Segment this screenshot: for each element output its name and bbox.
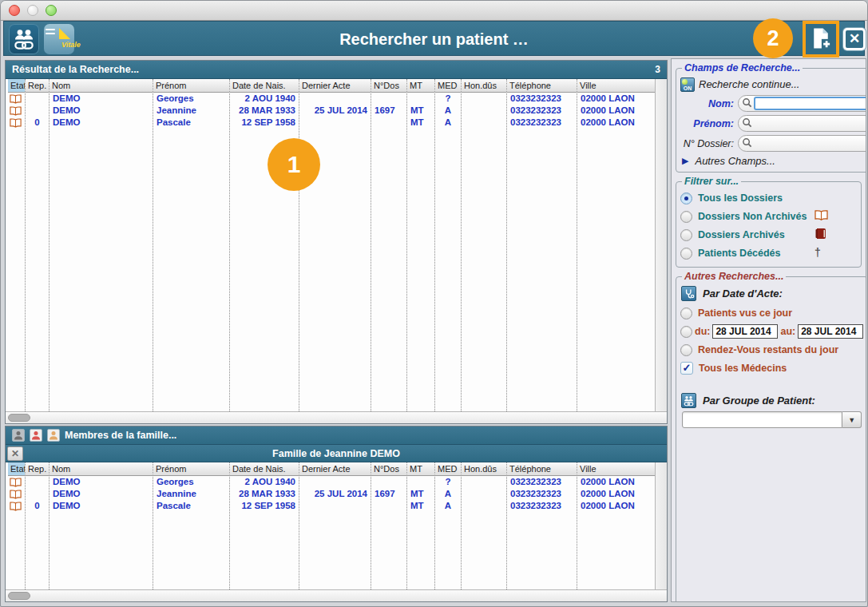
table-cell-ndos[interactable]	[371, 117, 406, 129]
table-cell-ville[interactable]: 02000 LAON	[577, 488, 655, 500]
results-vertical-scrollbar[interactable]	[655, 79, 667, 411]
prenom-input[interactable]	[754, 117, 866, 129]
column-header-ville[interactable]: Ville	[577, 79, 655, 93]
table-cell-tel[interactable]: 0323232323	[507, 500, 577, 512]
column-header-med[interactable]: MED	[435, 79, 461, 93]
table-cell-tel[interactable]: 0323232323	[507, 488, 577, 500]
table-cell-rep[interactable]	[26, 476, 49, 488]
table-cell-ville[interactable]: 02000 LAON	[577, 500, 655, 512]
filter-option-all[interactable]: Tous les Dossiers	[680, 189, 857, 207]
table-cell-prenom[interactable]: Georges	[153, 93, 229, 105]
column-header-naiss[interactable]: Date de Nais.	[230, 462, 299, 476]
column-header-ndos[interactable]: N°Dos	[371, 79, 406, 93]
column-header-mt[interactable]: MT	[407, 79, 434, 93]
table-cell-ville[interactable]: 02000 LAON	[577, 476, 655, 488]
table-cell-nom[interactable]: DEMO	[50, 500, 153, 512]
nom-input[interactable]	[754, 97, 866, 110]
more-fields-label[interactable]: Autres Champs...	[695, 155, 775, 167]
table-cell-prenom[interactable]: Pascale	[153, 500, 229, 512]
column-header-hon[interactable]: Hon.dûs	[462, 79, 506, 93]
column-header-etat[interactable]: Etat	[8, 462, 25, 476]
table-cell-acte[interactable]	[299, 500, 371, 512]
filter-option-archived[interactable]: Dossiers Archivés	[680, 226, 857, 244]
column-header-acte[interactable]: Dernier Acte	[299, 462, 371, 476]
table-cell-acte[interactable]: 25 JUL 2014	[299, 105, 371, 117]
table-cell-naiss[interactable]: 28 MAR 1933	[230, 105, 299, 117]
filter-option-non-archived[interactable]: Dossiers Non Archivés	[680, 208, 857, 225]
new-patient-button[interactable]	[806, 24, 836, 54]
open-book-icon[interactable]	[8, 488, 25, 500]
dossier-search-field[interactable]: ×	[738, 135, 866, 152]
column-header-etat[interactable]: Etat	[8, 79, 25, 93]
radio[interactable]	[680, 248, 692, 260]
option-patients-today[interactable]: Patients vus ce jour	[680, 304, 863, 322]
table-cell-rep[interactable]	[26, 488, 49, 500]
results-horizontal-scrollbar[interactable]	[6, 411, 667, 423]
patient-group-dropdown[interactable]: ▼	[682, 411, 862, 428]
table-cell-ndos[interactable]: 1697	[371, 488, 406, 500]
column-header-nom[interactable]: Nom	[50, 79, 153, 93]
table-cell-naiss[interactable]: 12 SEP 1958	[230, 500, 299, 512]
column-header-tel[interactable]: Téléphone	[507, 79, 577, 93]
family-vertical-scrollbar[interactable]	[655, 462, 667, 589]
table-cell-med[interactable]: A	[435, 105, 461, 117]
table-cell-mt[interactable]	[407, 476, 434, 488]
table-cell-acte[interactable]	[299, 476, 371, 488]
date-from-input[interactable]	[712, 324, 778, 339]
family-horizontal-scrollbar[interactable]	[6, 589, 667, 601]
open-book-icon[interactable]	[8, 476, 25, 488]
column-header-ndos[interactable]: N°Dos	[371, 462, 406, 476]
all-doctors-checkbox[interactable]: ✓	[680, 362, 693, 375]
open-book-icon[interactable]	[8, 93, 25, 105]
dossier-input[interactable]	[754, 137, 866, 149]
table-cell-med[interactable]: ?	[435, 476, 461, 488]
table-cell-hon[interactable]	[462, 105, 506, 117]
column-header-ville[interactable]: Ville	[577, 462, 655, 476]
prenom-search-field[interactable]: ×	[738, 115, 866, 132]
table-cell-hon[interactable]	[462, 488, 506, 500]
table-cell-ndos[interactable]	[371, 500, 406, 512]
table-cell-nom[interactable]: DEMO	[50, 93, 153, 105]
column-header-naiss[interactable]: Date de Nais.	[230, 79, 299, 93]
table-cell-ville[interactable]: 02000 LAON	[577, 117, 655, 129]
table-cell-acte[interactable]	[299, 117, 371, 129]
table-cell-mt[interactable]: MT	[407, 488, 434, 500]
table-cell-rep[interactable]	[26, 105, 49, 117]
continuous-search-on-icon[interactable]: ON	[680, 77, 695, 92]
table-cell-naiss[interactable]: 28 MAR 1933	[230, 488, 299, 500]
table-cell-med[interactable]: A	[435, 500, 461, 512]
radio[interactable]	[680, 229, 692, 241]
table-cell-prenom[interactable]: Jeannine	[153, 488, 229, 500]
table-cell-naiss[interactable]: 12 SEP 1958	[230, 117, 299, 129]
table-cell-acte[interactable]	[299, 93, 371, 105]
dropdown-arrow-icon[interactable]: ▼	[842, 411, 862, 428]
scrollbar-thumb[interactable]	[8, 592, 30, 600]
disclosure-triangle-icon[interactable]: ▶	[682, 156, 688, 166]
column-header-prenom[interactable]: Prénom	[153, 79, 229, 93]
radio[interactable]	[680, 307, 692, 319]
column-header-tel[interactable]: Téléphone	[507, 462, 577, 476]
table-cell-naiss[interactable]: 2 AOU 1940	[230, 476, 299, 488]
column-header-nom[interactable]: Nom	[50, 462, 153, 476]
table-cell-hon[interactable]	[462, 476, 506, 488]
table-cell-ville[interactable]: 02000 LAON	[577, 93, 655, 105]
table-cell-mt[interactable]: MT	[407, 500, 434, 512]
open-book-icon[interactable]	[8, 117, 25, 129]
nom-search-field[interactable]: ×	[738, 95, 866, 112]
table-cell-nom[interactable]: DEMO	[50, 105, 153, 117]
table-cell-ville[interactable]: 02000 LAON	[577, 105, 655, 117]
table-cell-mt[interactable]: MT	[407, 117, 434, 129]
close-window-button[interactable]: ✕	[843, 28, 866, 50]
scrollbar-thumb[interactable]	[8, 414, 30, 422]
option-date-range[interactable]: du: au:	[680, 323, 863, 340]
open-book-icon[interactable]	[8, 500, 25, 512]
table-cell-med[interactable]: A	[435, 117, 461, 129]
option-remaining-appointments[interactable]: Rendez-Vous restants du jour	[680, 341, 863, 359]
table-cell-prenom[interactable]: Pascale	[153, 117, 229, 129]
table-cell-rep[interactable]: 0	[26, 500, 49, 512]
table-cell-med[interactable]: ?	[435, 93, 461, 105]
table-cell-prenom[interactable]: Jeannine	[153, 105, 229, 117]
radio[interactable]	[680, 326, 692, 338]
table-cell-hon[interactable]	[462, 117, 506, 129]
close-traffic-light-icon[interactable]	[9, 5, 20, 16]
